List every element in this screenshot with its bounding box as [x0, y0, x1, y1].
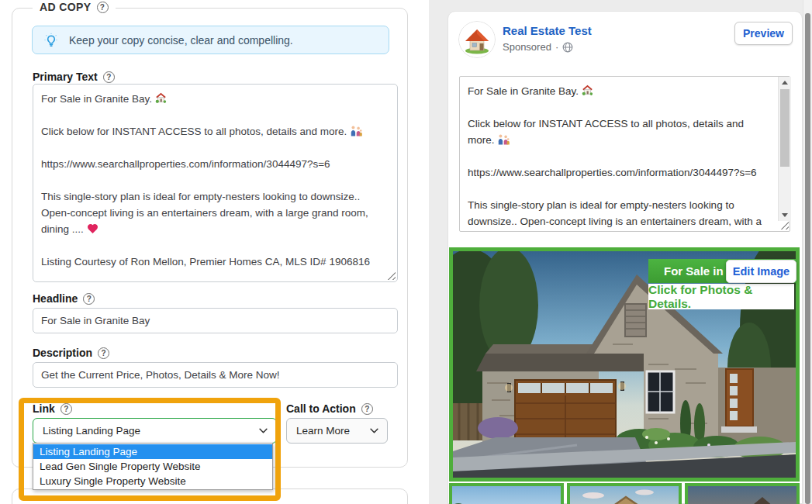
thumbnail-1[interactable] — [449, 483, 564, 504]
ad-builder-screen: AD COPY Keep your copy concise, clear an… — [0, 0, 812, 504]
sponsored-row: Sponsored · — [503, 41, 573, 53]
avatar — [458, 21, 496, 58]
scroll-down-icon[interactable] — [782, 213, 788, 217]
page-scrollbar-thumb[interactable] — [805, 13, 810, 504]
help-icon[interactable] — [361, 403, 373, 415]
image-sub-banner: Click for Photos & Details. — [648, 284, 794, 309]
help-icon[interactable] — [103, 71, 115, 83]
ad-image: For Sale in Click for Photos & Details. … — [449, 247, 800, 482]
thumbnail-2[interactable] — [567, 483, 682, 504]
separator-dot: · — [555, 41, 558, 53]
description-label: Description — [33, 347, 109, 359]
ad-copy-section-title: AD COPY — [33, 1, 116, 13]
link-dropdown-list: Listing Landing Page Lead Gen Single Pro… — [33, 443, 273, 490]
headline-input[interactable]: For Sale in Granite Bay — [33, 308, 398, 333]
ad-copy-title-text: AD COPY — [40, 1, 92, 13]
page-name: Real Estate Test — [503, 24, 592, 37]
link-label: Link — [33, 402, 72, 415]
help-icon[interactable] — [97, 2, 109, 13]
ad-text-preview[interactable]: For Sale in Granite Bay. Click below for… — [459, 76, 790, 232]
lightbulb-icon — [43, 33, 59, 48]
call-to-action-label: Call to Action — [286, 402, 373, 415]
ad-preview-card: Real Estate Test Sponsored · Preview For… — [447, 11, 803, 504]
link-option-listing-landing-page[interactable]: Listing Landing Page — [33, 444, 272, 459]
link-option-lead-gen-single-property-website[interactable]: Lead Gen Single Property Website — [33, 459, 272, 474]
house-icon — [458, 21, 496, 58]
tip-banner: Keep your copy concise, clear and compel… — [32, 26, 389, 54]
chevron-down-icon — [259, 428, 268, 433]
image-thumbnails — [449, 483, 800, 504]
next-section-partial — [12, 488, 408, 504]
primary-text-input[interactable]: For Sale in Granite Bay. Click below for… — [33, 84, 398, 282]
primary-text-label: Primary Text — [33, 71, 115, 83]
ad-copy-section: AD COPY Keep your copy concise, clear an… — [12, 8, 408, 468]
headline-label: Headline — [33, 292, 95, 305]
help-icon[interactable] — [98, 347, 109, 359]
chevron-down-icon — [370, 428, 378, 433]
resize-grip[interactable] — [780, 221, 790, 231]
description-input[interactable]: Get the Current Price, Photos, Details &… — [33, 362, 398, 388]
scroll-up-icon[interactable] — [782, 81, 788, 85]
link-option-luxury-single-property-website[interactable]: Luxury Single Property Website — [33, 474, 272, 488]
ad-text-scrollbar[interactable] — [778, 77, 791, 221]
edit-image-button[interactable]: Edit Image — [726, 260, 796, 283]
thumbnail-3[interactable] — [685, 483, 800, 504]
help-icon[interactable] — [83, 293, 95, 305]
page-scrollbar[interactable] — [803, 0, 812, 504]
sponsored-label: Sponsored — [503, 41, 551, 53]
call-to-action-select[interactable]: Learn More — [286, 418, 388, 444]
link-select[interactable]: Listing Landing Page — [33, 418, 277, 444]
scrollbar-thumb[interactable] — [780, 89, 790, 167]
preview-background: Real Estate Test Sponsored · Preview For… — [429, 0, 803, 504]
help-icon[interactable] — [60, 403, 72, 415]
preview-button[interactable]: Preview — [734, 22, 793, 45]
globe-icon — [562, 42, 573, 53]
tip-text: Keep your copy concise, clear and compel… — [69, 34, 293, 47]
